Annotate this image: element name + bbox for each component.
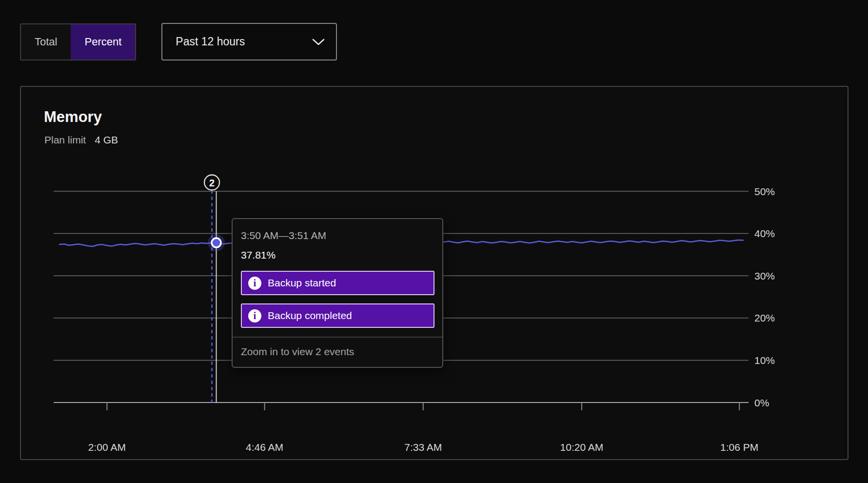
memory-card: Memory Plan limit4 GB 0%10%20%30%40%50% … [20, 86, 848, 460]
hover-marker-group [208, 234, 225, 251]
toggle-total-button[interactable]: Total [21, 24, 71, 60]
y-axis-tick-label: 10% [754, 355, 775, 366]
event-badge-label: Backup started [268, 277, 336, 289]
event-count-label: 2 [209, 178, 215, 188]
hover-point-marker [212, 238, 221, 247]
x-axis-tick-label: 10:20 AM [560, 442, 604, 453]
tooltip-footer: Zoom in to view 2 events [233, 337, 442, 366]
y-axis-tick-label: 40% [754, 228, 775, 239]
tooltip-time-range: 3:50 AM—3:51 AM [241, 229, 434, 242]
x-axis-labels: 2:00 AM4:46 AM7:33 AM10:20 AM1:06 PM [88, 442, 758, 453]
event-badge-label: Backup completed [268, 310, 352, 322]
y-axis-tick-label: 20% [754, 312, 775, 323]
event-badge-backup-completed: i Backup completed [241, 303, 434, 328]
time-range-value: Past 12 hours [176, 35, 245, 48]
chevron-down-icon [312, 38, 325, 46]
info-icon: i [248, 309, 261, 322]
x-axis-tick-label: 4:46 AM [246, 442, 283, 453]
y-axis-labels: 0%10%20%30%40%50% [754, 186, 775, 408]
x-axis-tick-label: 2:00 AM [88, 442, 126, 453]
info-icon: i [248, 277, 261, 290]
tooltip-value: 37.81% [241, 249, 434, 261]
x-axis-ticks [107, 402, 739, 410]
y-axis-tick-label: 30% [754, 270, 775, 282]
total-percent-toggle: Total Percent [20, 23, 136, 60]
event-marker-group: 2 [204, 175, 219, 403]
x-axis-tick-label: 1:06 PM [720, 442, 758, 453]
time-range-dropdown[interactable]: Past 12 hours [161, 23, 337, 60]
x-axis-tick-label: 7:33 AM [404, 442, 442, 453]
y-axis-tick-label: 50% [754, 186, 775, 197]
y-axis-tick-label: 0% [754, 397, 769, 408]
event-badge-backup-started: i Backup started [241, 271, 434, 295]
chart-tooltip: 3:50 AM—3:51 AM 37.81% i Backup started … [232, 218, 443, 368]
toggle-percent-button[interactable]: Percent [71, 24, 135, 60]
chart-toolbar: Total Percent Past 12 hours [20, 23, 337, 60]
